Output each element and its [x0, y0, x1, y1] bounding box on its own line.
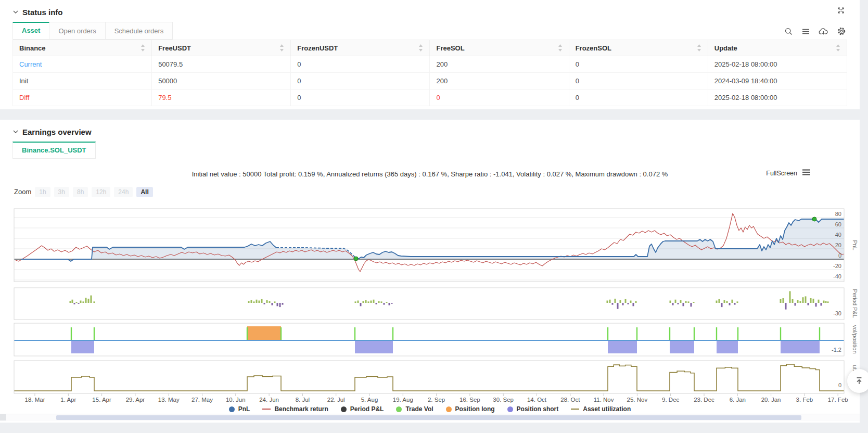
zoom-button-3h[interactable]: 3h: [54, 187, 69, 197]
svg-text:15. Apr: 15. Apr: [92, 397, 111, 403]
sort-icon[interactable]: [141, 44, 145, 52]
pnl-marker: [229, 406, 235, 412]
legend-label: PnL: [238, 405, 250, 413]
expand-icon[interactable]: [837, 6, 845, 17]
table-row: Diff79.50002025-02-18 08:00:00: [13, 90, 847, 106]
chevron-down-icon[interactable]: [12, 9, 19, 15]
svg-text:0: 0: [838, 252, 841, 259]
column-header-frozenusdt[interactable]: FrozenUSDT: [291, 40, 430, 56]
back-to-top-button[interactable]: [847, 369, 868, 393]
table-cell: 0: [430, 90, 569, 106]
column-header-freesol[interactable]: FreeSOL: [430, 40, 569, 56]
row-label: Init: [13, 73, 152, 90]
column-header-frozensol[interactable]: FrozenSOL: [569, 40, 708, 56]
column-header-update[interactable]: Update: [708, 40, 847, 56]
svg-text:10. Jun: 10. Jun: [226, 397, 246, 403]
chart-subtitle: Initial net value : 50000 Total profit: …: [0, 170, 860, 178]
cloud-download-icon[interactable]: [819, 27, 828, 36]
zoom-label: Zoom: [14, 188, 31, 196]
position-long-marker: [446, 406, 452, 412]
table-header-row: BinanceFreeUSDTFrozenUSDTFreeSOLFrozenSO…: [13, 40, 847, 56]
legend-label: Position short: [517, 405, 559, 413]
table-cell: 0: [569, 90, 708, 106]
svg-text:28. Oct: 28. Oct: [560, 397, 580, 403]
svg-text:-40: -40: [833, 273, 841, 279]
zoom-button-8h[interactable]: 8h: [73, 187, 88, 197]
zoom-button-12h[interactable]: 12h: [92, 187, 110, 197]
sort-icon[interactable]: [418, 44, 423, 52]
zoom-button-1h[interactable]: 1h: [35, 187, 50, 197]
table-cell: 79.5: [152, 90, 291, 106]
column-header-binance[interactable]: Binance: [13, 40, 152, 56]
scrollbar-thumb[interactable]: [56, 415, 801, 420]
horizontal-scrollbar: [0, 414, 860, 421]
legend-asset-utilization[interactable]: Asset utilization: [571, 405, 631, 413]
svg-text:16. Sep: 16. Sep: [459, 397, 480, 403]
svg-text:3. Feb: 3. Feb: [796, 397, 813, 403]
svg-text:19. Aug: 19. Aug: [393, 397, 413, 403]
svg-text:1. Apr: 1. Apr: [60, 397, 76, 403]
status-tabs-row: AssetOpen ordersSchedule orders: [12, 22, 847, 40]
chevron-down-icon[interactable]: [12, 129, 19, 135]
svg-text:20: 20: [835, 242, 841, 248]
table-cell: 0: [291, 56, 430, 73]
zoom-button-24h[interactable]: 24h: [114, 187, 133, 197]
svg-text:6. Jan: 6. Jan: [730, 397, 746, 403]
column-label: FrozenSOL: [576, 44, 611, 52]
legend-pnl[interactable]: PnL: [229, 405, 250, 413]
status-header: Status info: [12, 5, 847, 19]
row-label[interactable]: Current: [13, 56, 152, 73]
legend-benchmark-return[interactable]: Benchmark return: [262, 405, 328, 413]
trade-vol-marker: [396, 406, 402, 412]
menu-icon[interactable]: [801, 27, 810, 36]
svg-text:2. Sep: 2. Sep: [428, 397, 445, 403]
fullscreen-button[interactable]: FullScreen: [766, 169, 810, 177]
status-info-panel: Status info AssetOpen ordersSchedule ord…: [0, 0, 860, 109]
tab-asset[interactable]: Asset: [12, 22, 49, 40]
legend-trade-vol[interactable]: Trade Vol: [396, 405, 433, 413]
legend-label: Trade Vol: [405, 405, 433, 413]
table-cell: 0: [291, 73, 430, 90]
settings-gear-icon[interactable]: [837, 27, 846, 36]
zoom-button-all[interactable]: All: [136, 187, 152, 197]
svg-text:PnL: PnL: [852, 240, 858, 250]
svg-text:60: 60: [835, 221, 841, 227]
svg-text:25. Nov: 25. Nov: [627, 397, 648, 403]
sort-icon[interactable]: [836, 44, 840, 52]
table-cell: 0: [291, 90, 430, 106]
sort-icon[interactable]: [279, 44, 284, 52]
svg-text:-1.2: -1.2: [832, 347, 841, 353]
search-icon[interactable]: [784, 27, 793, 36]
legend-label: Benchmark return: [274, 405, 328, 413]
svg-text:5. Aug: 5. Aug: [361, 397, 378, 403]
sort-icon[interactable]: [558, 44, 563, 52]
multi-panel-chart[interactable]: 806040200-20-40-30-1.2018. Mar1. Apr15. …: [0, 205, 860, 405]
svg-text:27. May: 27. May: [192, 397, 213, 403]
table-cell: 2025-02-18 08:00:00: [708, 90, 847, 106]
column-label: FreeSOL: [436, 44, 464, 52]
svg-text:0: 0: [838, 382, 841, 388]
earnings-tabs-row: Binance.SOL_USDT: [12, 142, 847, 159]
legend-position-short[interactable]: Position short: [507, 405, 559, 413]
sort-icon[interactable]: [697, 44, 701, 52]
svg-text:40: 40: [835, 232, 841, 238]
zoom-buttons: 1h3h8h12h24hAll: [31, 188, 152, 196]
svg-text:13. May: 13. May: [158, 397, 180, 403]
table-cell: 50000: [152, 73, 291, 90]
legend-period-p-l[interactable]: Period P&L: [341, 405, 384, 413]
column-label: Binance: [19, 44, 46, 52]
hamburger-menu-icon[interactable]: [802, 169, 810, 177]
column-header-freeusdt[interactable]: FreeUSDT: [152, 40, 291, 56]
svg-text:Period P&L: Period P&L: [852, 289, 858, 318]
tab-open-orders[interactable]: Open orders: [49, 22, 105, 40]
tab-schedule-orders[interactable]: Schedule orders: [106, 22, 173, 40]
legend-position-long[interactable]: Position long: [446, 405, 495, 413]
legend-label: Asset utilization: [583, 405, 631, 413]
legend-label: Period P&L: [350, 405, 384, 413]
svg-text:30. Sep: 30. Sep: [493, 397, 514, 403]
table-cell: 2024-03-09 18:40:00: [708, 73, 847, 90]
tab-binance-sol-usdt[interactable]: Binance.SOL_USDT: [12, 142, 96, 159]
svg-text:18. Mar: 18. Mar: [25, 397, 45, 403]
svg-text:29. Apr: 29. Apr: [126, 397, 145, 403]
table-cell: 200: [430, 73, 569, 90]
